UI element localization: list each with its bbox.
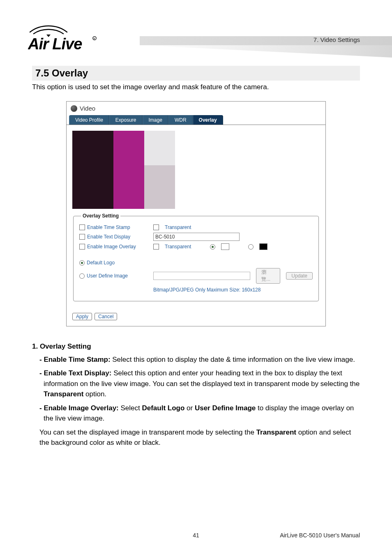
tab-exposure[interactable]: Exposure [109, 115, 143, 125]
image-overlay-transparent-label: Transparent [165, 244, 191, 250]
overlay-setting-fieldset: Overlay Setting Enable Time Stamp Transp… [73, 213, 319, 301]
window-title-icon [71, 105, 77, 112]
transparent-para-1: You can set the displayed image in trans… [39, 428, 256, 436]
enable-image-overlay-text-1: Select [119, 404, 142, 412]
enable-image-overlay-item: - Enable Image Overlay: Select Default L… [39, 403, 360, 424]
header-wedge [140, 45, 392, 58]
transparent-bold-2: Transparent [256, 428, 296, 436]
enable-time-stamp-label: Enable Time Stamp [87, 224, 130, 230]
page-footer: 41 AirLive BC-5010 User's Manual [32, 532, 360, 539]
text-display-input[interactable] [153, 233, 240, 241]
enable-image-overlay-checkbox[interactable] [79, 244, 85, 250]
window-title: Video [80, 105, 95, 112]
enable-text-display-label: Enable Text Display [87, 234, 130, 240]
enable-time-stamp-text: Select this option to display the date &… [111, 356, 355, 363]
transparent-paragraph: You can set the displayed image in trans… [39, 427, 360, 448]
video-settings-screenshot: Video Video Profile Exposure Image WDR O… [66, 101, 326, 326]
user-define-image-radio[interactable] [79, 273, 85, 279]
user-image-path-input[interactable] [153, 272, 250, 280]
cancel-button[interactable]: Cancel [95, 313, 117, 320]
window-title-bar: Video [67, 102, 325, 115]
enable-image-overlay-label: Enable Image Overlay [87, 244, 136, 250]
default-logo-label: Default Logo [87, 260, 115, 266]
brand-logo: Air Live R [28, 25, 98, 53]
enable-text-display-bold: - Enable Text Display: [39, 369, 111, 377]
svg-text:Air Live: Air Live [28, 35, 82, 53]
enable-text-display-item: - Enable Text Display: Select this optio… [39, 368, 360, 400]
update-button[interactable]: Update [286, 272, 313, 280]
default-logo-radio[interactable] [79, 260, 85, 266]
apply-button[interactable]: Apply [72, 313, 92, 320]
overlay-setting-legend: Overlay Setting [81, 213, 120, 219]
footer-title: AirLive BC-5010 User's Manual [280, 532, 360, 539]
enable-time-stamp-checkbox[interactable] [79, 224, 85, 230]
color-black-swatch [259, 243, 267, 250]
enable-time-stamp-bold: - Enable Time Stamp: [39, 356, 111, 363]
section-intro: This option is used to set the image ove… [32, 83, 360, 91]
color-black-radio[interactable] [248, 244, 254, 250]
tab-wdr[interactable]: WDR [168, 115, 193, 125]
transparent-bold-1: Transparent [44, 390, 83, 398]
body-text: 1. Overlay Setting - Enable Time Stamp: … [32, 341, 360, 448]
tab-overlay[interactable]: Overlay [193, 115, 223, 125]
svg-text:R: R [93, 37, 95, 40]
default-logo-bold: Default Logo [142, 404, 184, 412]
page-number: 41 [193, 532, 199, 539]
color-white-swatch [221, 243, 229, 250]
video-preview [72, 131, 175, 209]
tab-image[interactable]: Image [143, 115, 168, 125]
image-size-hint: Bitmap/JPG/JPEG Only Maximum Size: 160x1… [153, 287, 313, 293]
user-define-image-label: User Define Image [87, 273, 128, 279]
tab-bar: Video Profile Exposure Image WDR Overlay [67, 115, 325, 125]
enable-image-overlay-text-2: or [184, 404, 195, 412]
enable-text-display-text-2: option. [83, 390, 106, 398]
tab-video-profile[interactable]: Video Profile [69, 115, 109, 125]
section-heading-bar: 7.5 Overlay [32, 66, 360, 81]
enable-time-stamp-item: - Enable Time Stamp: Select this option … [39, 354, 360, 365]
user-define-image-bold: User Define Image [195, 404, 256, 412]
enable-text-display-checkbox[interactable] [79, 234, 85, 240]
image-overlay-transparent-checkbox[interactable] [153, 244, 159, 250]
time-stamp-transparent-label: Transparent [165, 224, 191, 230]
overlay-setting-heading: 1. Overlay Setting [32, 341, 360, 352]
chapter-label: 7. Video Settings [314, 36, 360, 43]
enable-image-overlay-bold: - Enable Image Overlay: [39, 404, 119, 412]
section-heading: 7.5 Overlay [35, 67, 357, 79]
browse-button[interactable]: 瀏覽... [256, 268, 280, 284]
color-white-radio[interactable] [210, 244, 215, 250]
time-stamp-transparent-checkbox[interactable] [153, 224, 159, 230]
